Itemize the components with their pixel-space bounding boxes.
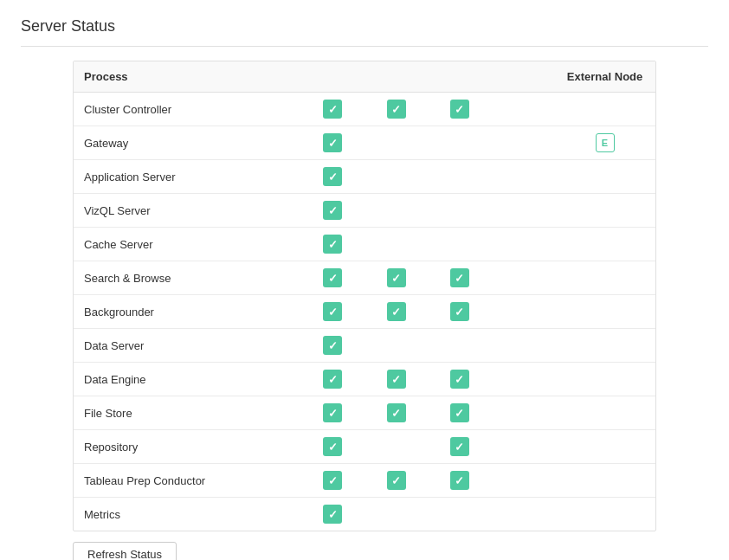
status-col4-cell bbox=[491, 295, 554, 329]
status-col1-cell: ✓ bbox=[301, 363, 364, 396]
process-name-cell: Metrics bbox=[74, 498, 301, 531]
active-check-icon: ✓ bbox=[387, 268, 406, 287]
status-col3-cell bbox=[428, 228, 491, 261]
status-col4-cell bbox=[491, 194, 554, 228]
table-row: Search & Browse✓✓✓ bbox=[74, 261, 655, 295]
external-node-cell bbox=[554, 228, 655, 261]
process-name-cell: Data Engine bbox=[74, 363, 301, 396]
process-name-cell: Search & Browse bbox=[74, 261, 301, 295]
table-row: File Store✓✓✓ bbox=[74, 396, 655, 430]
status-col1-cell: ✓ bbox=[301, 464, 364, 498]
external-node-cell bbox=[554, 498, 655, 531]
status-col2-cell: ✓ bbox=[364, 363, 428, 396]
external-node-cell bbox=[554, 295, 655, 329]
active-check-icon: ✓ bbox=[387, 471, 406, 490]
col3-header bbox=[428, 61, 491, 93]
external-node-cell bbox=[554, 93, 655, 126]
active-check-icon: ✓ bbox=[323, 167, 342, 186]
status-col3-cell bbox=[428, 194, 491, 228]
process-name-cell: Tableau Prep Conductor bbox=[74, 464, 301, 498]
refresh-status-button[interactable]: Refresh Status bbox=[73, 542, 177, 560]
active-check-icon: ✓ bbox=[450, 370, 469, 389]
active-check-icon: ✓ bbox=[387, 100, 406, 119]
external-node-cell bbox=[554, 464, 655, 498]
external-node-cell bbox=[554, 430, 655, 464]
status-col1-cell: ✓ bbox=[301, 329, 364, 363]
process-name-cell: Repository bbox=[74, 430, 301, 464]
page-container: Server Status Process External Node Clus… bbox=[0, 0, 729, 560]
active-check-icon: ✓ bbox=[387, 370, 406, 389]
active-check-icon: ✓ bbox=[323, 437, 342, 456]
col4-header bbox=[491, 61, 554, 93]
external-badge-icon: E bbox=[596, 133, 615, 152]
status-col1-cell: ✓ bbox=[301, 194, 364, 228]
active-check-icon: ✓ bbox=[323, 100, 342, 119]
status-col2-cell: ✓ bbox=[364, 396, 428, 430]
status-col3-cell: ✓ bbox=[428, 93, 491, 126]
status-col2-cell: ✓ bbox=[364, 93, 428, 126]
status-col4-cell bbox=[491, 464, 554, 498]
active-check-icon: ✓ bbox=[323, 403, 342, 422]
active-check-icon: ✓ bbox=[323, 336, 342, 355]
table-row: Backgrounder✓✓✓ bbox=[74, 295, 655, 329]
status-col2-cell bbox=[364, 126, 428, 160]
status-col3-cell bbox=[428, 126, 491, 160]
footer: Refresh Status ✓ Active ○ Busy ✓ Passive… bbox=[21, 531, 708, 560]
status-col1-cell: ✓ bbox=[301, 126, 364, 160]
external-node-cell bbox=[554, 160, 655, 194]
status-col3-cell: ✓ bbox=[428, 261, 491, 295]
process-name-cell: VizQL Server bbox=[74, 194, 301, 228]
process-name-cell: Application Server bbox=[74, 160, 301, 194]
status-col1-cell: ✓ bbox=[301, 160, 364, 194]
table-row: Data Server✓ bbox=[74, 329, 655, 363]
status-col2-cell bbox=[364, 160, 428, 194]
status-col2-cell: ✓ bbox=[364, 464, 428, 498]
status-col1-cell: ✓ bbox=[301, 396, 364, 430]
server-status-table-wrapper: Process External Node Cluster Controller… bbox=[73, 61, 656, 531]
active-check-icon: ✓ bbox=[450, 268, 469, 287]
external-node-cell bbox=[554, 363, 655, 396]
status-col4-cell bbox=[491, 93, 554, 126]
status-col4-cell bbox=[491, 430, 554, 464]
active-check-icon: ✓ bbox=[450, 437, 469, 456]
status-col2-cell bbox=[364, 329, 428, 363]
status-col4-cell bbox=[491, 160, 554, 194]
status-col3-cell: ✓ bbox=[428, 396, 491, 430]
status-col4-cell bbox=[491, 363, 554, 396]
active-check-icon: ✓ bbox=[450, 100, 469, 119]
active-check-icon: ✓ bbox=[323, 370, 342, 389]
active-check-icon: ✓ bbox=[323, 133, 342, 152]
process-name-cell: Data Server bbox=[74, 329, 301, 363]
table-row: Tableau Prep Conductor✓✓✓ bbox=[74, 464, 655, 498]
status-col2-cell bbox=[364, 498, 428, 531]
external-node-cell bbox=[554, 396, 655, 430]
status-col3-cell bbox=[428, 329, 491, 363]
status-col4-cell bbox=[491, 261, 554, 295]
status-col4-cell bbox=[491, 228, 554, 261]
table-row: Cache Server✓ bbox=[74, 228, 655, 261]
active-check-icon: ✓ bbox=[450, 302, 469, 321]
process-name-cell: Gateway bbox=[74, 126, 301, 160]
status-col4-cell bbox=[491, 498, 554, 531]
external-node-cell bbox=[554, 261, 655, 295]
process-name-cell: Backgrounder bbox=[74, 295, 301, 329]
page-title: Server Status bbox=[21, 17, 708, 47]
status-col1-cell: ✓ bbox=[301, 430, 364, 464]
process-name-cell: Cluster Controller bbox=[74, 93, 301, 126]
active-check-icon: ✓ bbox=[323, 302, 342, 321]
process-name-cell: File Store bbox=[74, 396, 301, 430]
active-check-icon: ✓ bbox=[450, 471, 469, 490]
status-col2-cell bbox=[364, 194, 428, 228]
status-col3-cell: ✓ bbox=[428, 295, 491, 329]
status-col4-cell bbox=[491, 126, 554, 160]
table-row: Metrics✓ bbox=[74, 498, 655, 531]
table-row: Cluster Controller✓✓✓ bbox=[74, 93, 655, 126]
active-check-icon: ✓ bbox=[323, 471, 342, 490]
process-name-cell: Cache Server bbox=[74, 228, 301, 261]
status-col4-cell bbox=[491, 396, 554, 430]
active-check-icon: ✓ bbox=[387, 403, 406, 422]
active-check-icon: ✓ bbox=[323, 268, 342, 287]
status-col2-cell: ✓ bbox=[364, 295, 428, 329]
status-col3-cell: ✓ bbox=[428, 464, 491, 498]
active-check-icon: ✓ bbox=[323, 201, 342, 220]
